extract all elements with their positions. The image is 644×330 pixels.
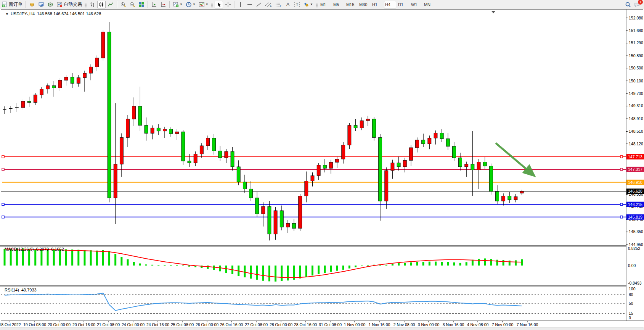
text-tool-letter: A	[286, 2, 290, 7]
macd-histogram-bar	[348, 266, 350, 269]
text-tool-button[interactable]: A	[284, 1, 292, 8]
rsi-axis-label: 100	[629, 287, 636, 291]
candlestick	[317, 165, 320, 176]
time-tick-label: 28 Oct 00:00	[270, 322, 292, 327]
time-tick-label: 2 Nov 08:00	[393, 322, 415, 327]
macd-histogram-bar	[114, 254, 116, 266]
hline-handle[interactable]	[2, 203, 4, 206]
hline-handle[interactable]	[620, 216, 623, 218]
chart-canvas[interactable]: 152.080151.680151.290150.890150.500150.1…	[0, 9, 644, 330]
autotrade-button[interactable]: 自动交易	[55, 1, 83, 8]
macd-histogram-bar	[472, 260, 474, 266]
timeframe-m5-button[interactable]: M5	[332, 1, 344, 8]
symbol-title: USDJPY-,H4	[11, 11, 35, 16]
hline-handle[interactable]	[620, 168, 623, 171]
macd-histogram-bar	[385, 265, 387, 266]
time-tick-label: 27 Oct 08:00	[245, 322, 268, 327]
rsi-axis-label: 50	[629, 301, 633, 306]
time-tick-label: 18 Oct 2022	[0, 322, 21, 327]
macd-axis-label: 0.8252	[628, 246, 640, 251]
macd-histogram-bar	[441, 262, 443, 266]
arrows-tool-button[interactable]: ▼	[302, 1, 314, 8]
dropdown-caret: ▼	[310, 3, 313, 6]
candlestick	[391, 163, 394, 171]
new-order-icon	[2, 2, 8, 8]
timeframe-h1-button[interactable]: H1	[371, 1, 383, 8]
notifications-button[interactable]: 1	[633, 1, 641, 8]
candlestick	[237, 167, 240, 182]
time-tick-label: 26 Oct 00:00	[196, 322, 218, 327]
cursor-tool-button[interactable]	[215, 1, 223, 8]
hline-handle[interactable]	[2, 216, 4, 218]
candlestick	[200, 146, 203, 154]
terminal-button[interactable]	[37, 1, 45, 8]
time-tick-label: 7 Nov 16:00	[517, 322, 538, 327]
market-watch-button[interactable]	[28, 1, 36, 8]
price-tick-label: 150.100	[629, 79, 643, 83]
candlestick	[489, 166, 493, 192]
candlestick	[231, 151, 234, 167]
candlestick	[194, 154, 197, 163]
timeframe-m30-button[interactable]: M30	[358, 1, 370, 8]
zoom-out-button[interactable]	[128, 1, 137, 8]
line-chart-mode-button[interactable]	[106, 1, 115, 8]
candlestick	[471, 164, 474, 170]
macd-histogram-bar	[90, 250, 92, 266]
price-tick-label: 150.890	[629, 53, 643, 58]
candlestick	[132, 106, 136, 119]
timeframe-label: M15	[346, 2, 356, 7]
new-order-label: 新订单	[9, 1, 22, 8]
timeframe-d1-button[interactable]: D1	[397, 1, 409, 8]
main-toolbar: 新订单	[0, 0, 644, 9]
macd-histogram-bar	[133, 262, 135, 266]
timeframe-m15-button[interactable]: M15	[345, 1, 357, 8]
news-button[interactable]	[46, 1, 55, 8]
indicators-button[interactable]: ▼	[198, 1, 210, 8]
timeframe-m1-button[interactable]: M1	[319, 1, 331, 8]
candlestick	[181, 132, 185, 161]
time-tick-label: 24 Oct 16:00	[146, 322, 169, 327]
hline-handle[interactable]	[620, 156, 623, 158]
hline-handle[interactable]	[620, 203, 623, 206]
notification-badge: 1	[638, 0, 643, 5]
candlestick	[440, 133, 443, 139]
macd-histogram-bar	[71, 250, 73, 266]
hline-handle[interactable]	[2, 168, 4, 171]
timeframe-mn-button[interactable]: MN	[423, 1, 435, 8]
macd-histogram-bar	[120, 257, 122, 266]
fibonacci-tool-button[interactable]: F	[274, 1, 283, 8]
dropdown-caret: ▼	[193, 3, 196, 6]
periods-button[interactable]: ▼	[185, 1, 197, 8]
trendline-tool-button[interactable]	[255, 1, 263, 8]
chart-shift-icon	[160, 2, 166, 8]
crosshair-tool-button[interactable]	[224, 1, 232, 8]
time-tick-label: 26 Oct 16:00	[220, 322, 243, 327]
hline-tool-button[interactable]	[246, 1, 254, 8]
symbol-menu-icon[interactable]: ▼	[5, 12, 9, 16]
macd-histogram-bar	[151, 265, 153, 266]
hline-handle[interactable]	[2, 156, 4, 158]
timeframe-h4-button[interactable]: H4	[384, 1, 396, 8]
zoom-in-button[interactable]	[119, 1, 127, 8]
candlestick-mode-button[interactable]	[97, 1, 106, 8]
vline-tool-button[interactable]	[236, 1, 245, 8]
time-tick-label: 20 Oct 16:00	[72, 322, 95, 327]
candlestick-icon	[98, 2, 104, 8]
macd-histogram-bar	[164, 265, 165, 266]
tile-windows-button[interactable]	[137, 1, 146, 8]
macd-histogram-bar	[281, 266, 283, 281]
timeframe-w1-button[interactable]: W1	[410, 1, 422, 8]
search-button[interactable]	[624, 1, 632, 8]
auto-scroll-button[interactable]	[150, 1, 158, 8]
new-chart-button[interactable]: ▼	[172, 1, 184, 8]
new-order-button[interactable]: 新订单	[0, 1, 24, 8]
channel-tool-button[interactable]: E	[264, 1, 273, 8]
macd-histogram-bar	[312, 266, 313, 275]
label-tool-button[interactable]: T	[293, 1, 301, 8]
macd-histogram-bar	[139, 264, 141, 266]
label-tool-letter: T	[294, 2, 300, 7]
price-line-label: 146.910	[628, 180, 642, 185]
chart-shift-button[interactable]	[159, 1, 167, 8]
bar-chart-mode-button[interactable]	[88, 1, 96, 8]
macd-histogram-bar	[157, 265, 159, 266]
